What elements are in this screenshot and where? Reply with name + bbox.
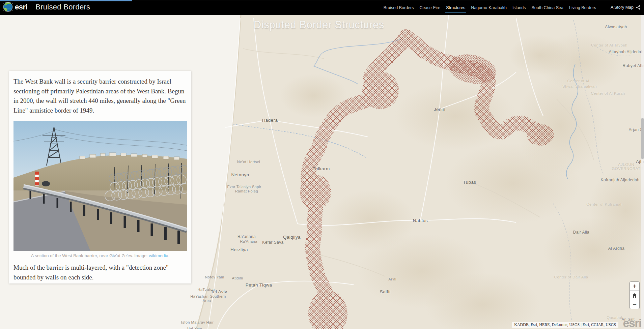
nav-cease-fire[interactable]: Cease-Fire [419,1,440,14]
caption-text: A section of the West Bank barrier, near… [31,253,149,258]
panel-paragraph-1: The West Bank wall is a security barrier… [13,77,187,115]
nav-nagorno-karabakh[interactable]: Nagorno-Karabakh [471,1,507,14]
nav-structures[interactable]: Structures [446,1,465,14]
esri-globe-icon [3,2,13,12]
top-header: esri Bruised Borders Bruised Borders Cea… [0,0,644,15]
panel-paragraph-2: Much of the barrier is multi-layered, wi… [13,263,187,282]
wikimedia-link[interactable]: wikimedia [149,253,168,258]
caption-period: . [168,253,170,258]
share-icon[interactable] [636,5,641,10]
home-button[interactable] [629,291,640,300]
nav-south-china-sea[interactable]: South China Sea [531,1,563,14]
zoom-out-button[interactable]: − [629,300,640,309]
map-attribution: KADDB, Esri, HERE, DeLorme, USGS | Esri,… [512,322,618,328]
map-title: Disputed Border Structures [254,19,384,31]
story-map-link[interactable]: A Story Map [611,5,641,10]
top-progress-bar [0,0,132,1]
esri-watermark: esri [623,317,642,329]
brand: esri Bruised Borders [3,2,90,12]
nav-islands[interactable]: Islands [512,1,526,14]
barrier-photo [13,121,187,251]
nav-living-borders[interactable]: Living Borders [569,1,596,14]
app-title: Bruised Borders [35,3,90,11]
story-map-label: A Story Map [611,5,634,10]
page-scrollbar[interactable] [641,15,644,329]
scrollbar-thumb[interactable] [641,118,644,159]
top-nav: Bruised Borders Cease-Fire Structures Na… [384,0,641,15]
nav-bruised-borders[interactable]: Bruised Borders [384,1,414,14]
home-icon [632,293,637,298]
esri-wordmark: esri [15,3,27,11]
zoom-control: + − [629,281,640,309]
zoom-in-button[interactable]: + [629,281,640,291]
story-panel: The West Bank wall is a security barrier… [9,71,191,283]
photo-caption: A section of the West Bank barrier, near… [13,253,187,258]
